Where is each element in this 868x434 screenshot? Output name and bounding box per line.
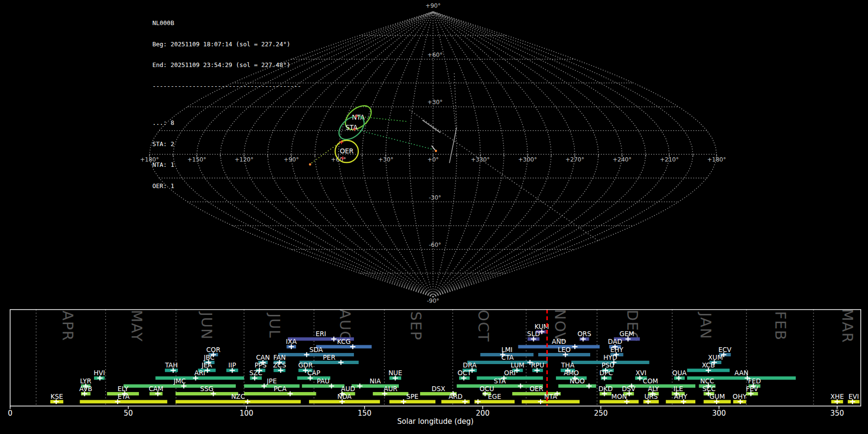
shower-bar [176, 392, 238, 395]
shower-label: CAP [307, 369, 320, 377]
shower-bar [123, 384, 236, 388]
shower-label: JEA [201, 361, 213, 369]
shower-label: SSG [200, 385, 214, 393]
shower-label: ECV [719, 346, 732, 353]
x-tick-label: 150 [358, 409, 372, 418]
month-label: MAR [839, 309, 856, 343]
shower-label: SDA [310, 346, 324, 353]
shower-label: ERI [315, 330, 326, 338]
plot-canvas: +180°+150°+120°+90°+60°+30°+0°+330°+300°… [0, 0, 868, 434]
shower-label: NIA [369, 377, 381, 385]
shower-label: OER [529, 385, 543, 393]
shower-label: IIP [229, 361, 236, 369]
shower-label: AAN [734, 369, 748, 377]
shower-label: EVI [848, 393, 859, 400]
month-label: APR [59, 311, 76, 341]
sky-lon-label: +300° [518, 156, 537, 163]
shower-label: OHY [732, 393, 747, 400]
shower-label: JPE [266, 377, 277, 385]
shower-label: DPC [599, 369, 613, 377]
station-id: NL000B [152, 20, 301, 27]
begin-time: Beg: 20251109 18:07:14 (sol = 227.24°) [152, 41, 301, 48]
shower-label: LMI [502, 346, 513, 353]
meteor-trail [432, 146, 435, 150]
shower-label: XCB [702, 361, 715, 369]
sky-lon-label: +270° [566, 156, 584, 163]
shower-label: PCA [273, 385, 287, 393]
shower-label: HVI [94, 369, 105, 377]
trail-end-dot [309, 163, 312, 166]
shower-label: XHE [830, 393, 844, 400]
shower-label: SLD [527, 330, 540, 338]
shower-bar [244, 392, 316, 395]
shower-label: LYR [80, 377, 91, 385]
shower-label: IXA [286, 338, 297, 345]
shower-label: ILE [673, 385, 683, 393]
shower-label: KSE [51, 393, 63, 400]
shower-label: OCU [480, 385, 494, 393]
month-label: JUN [198, 311, 215, 340]
shower-label: AVB [79, 385, 92, 393]
shower-label: JBC [203, 353, 215, 361]
x-tick-label: 200 [476, 409, 490, 418]
x-tick-label: 250 [594, 409, 608, 418]
meteor-trail [449, 127, 457, 163]
sky-lon-label: +30° [378, 156, 393, 163]
shower-label: ELY [118, 385, 129, 393]
sky-lon-label: +210° [660, 156, 679, 163]
shower-label: THA [561, 361, 575, 369]
shower-bar [155, 377, 244, 380]
shower-label: CTA [502, 353, 515, 361]
sky-lat-label: -30° [429, 194, 441, 201]
month-label: OCT [475, 310, 492, 342]
shower-label: FEV [746, 385, 759, 393]
shower-label: ZCS [273, 361, 286, 369]
shower-label: ALY [648, 385, 659, 393]
x-tick-label: 100 [240, 409, 254, 418]
month-label: SEP [407, 312, 424, 341]
shower-label: URS [644, 393, 658, 400]
shower-label: ETA [118, 393, 130, 400]
shower-bar [244, 384, 299, 388]
shower-label: CAN [256, 353, 270, 361]
shower-label: CAM [149, 385, 163, 393]
shower-label: STA [494, 377, 506, 385]
shower-bar [316, 345, 372, 349]
shower-label: DSX [432, 385, 445, 393]
shower-label: NUE [388, 369, 402, 377]
x-axis-title: Solar longitude (deg) [397, 417, 474, 426]
x-tick-label: 300 [712, 409, 726, 418]
x-tick-label: 50 [123, 409, 133, 418]
month-label: JAN [697, 312, 714, 339]
shower-label: ORS [577, 330, 591, 338]
shower-label: ARI [194, 369, 205, 377]
shower-label: FAN [273, 353, 286, 361]
x-tick-label: 0 [8, 409, 13, 418]
shower-label: KCG [337, 338, 351, 345]
shower-bar [600, 400, 639, 404]
sky-pole-label: -90° [427, 298, 439, 304]
shower-label: XVI [636, 369, 646, 377]
shower-bar [176, 400, 301, 404]
shower-bar [80, 400, 167, 404]
shower-label: GDR [298, 361, 312, 369]
shower-label: NDA [338, 393, 352, 400]
shower-label: NOO [570, 377, 584, 385]
shower-label: DSV [622, 385, 636, 393]
shower-label: LEO [558, 346, 571, 353]
shower-label: AUR [384, 385, 398, 393]
count-sporadic: ...: 8 [152, 120, 301, 127]
meteor-trail [355, 129, 434, 149]
shower-label: DRA [463, 361, 477, 369]
month-label: MAY [128, 310, 145, 342]
shower-label: AUD [341, 385, 355, 393]
shower-label: SPE [407, 393, 419, 400]
shower-label: DKD [598, 385, 613, 393]
trail-end-dot [435, 150, 437, 152]
count-sta: STA: 2 [152, 141, 301, 148]
shower-label: QUA [672, 369, 687, 377]
shower-bar [477, 377, 543, 380]
shower-label: MON [611, 393, 627, 400]
shower-label: PPS [255, 361, 267, 369]
legend-gap [152, 104, 301, 106]
